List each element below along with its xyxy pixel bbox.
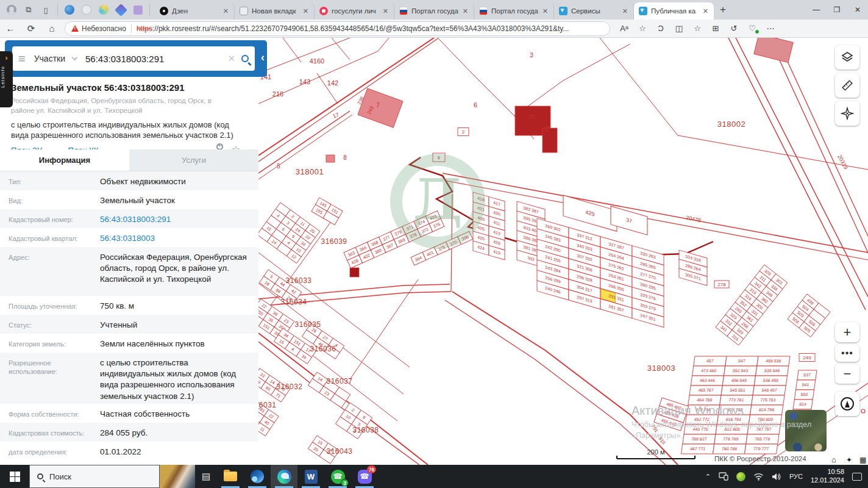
tab-close-icon[interactable]: ✕ [621,7,630,15]
workspaces-icon[interactable]: ⧉ [23,4,34,15]
search-input[interactable] [85,54,221,64]
home-button[interactable]: ⌂ [41,23,62,34]
tab-close-icon[interactable]: ✕ [461,7,470,15]
taskbar-app-explorer[interactable] [217,465,244,488]
start-button[interactable] [0,465,29,488]
clock[interactable]: 10:58 12.01.2024 [811,468,844,485]
browser-tab-6[interactable]: Сервисы✕ [554,2,634,20]
map-canvas[interactable]: 418417421430409411425413420426424419382 … [258,38,868,465]
attribute-row: Кадастровая стоимость:284 055 руб. [0,423,258,442]
collections-icon[interactable]: ⊞ [706,23,725,34]
browser-tab-3[interactable]: госуслуги лич✕ [315,2,394,20]
url-field[interactable]: Небезопасно https://pkk.rosreestr.ru/#/s… [65,21,610,36]
cadastral-quarter-label[interactable]: 316038 [352,426,379,434]
task-view-icon[interactable]: ▤ [195,465,217,488]
home-icon[interactable]: ⌂ [831,455,836,464]
split-screen-icon[interactable]: ◫ [670,23,688,34]
cadastral-quarter-label[interactable]: 316033 [285,276,311,285]
zoom-more-button[interactable]: ••• [835,344,859,362]
taskbar-app-viber[interactable]: ☎76 [351,465,378,488]
building-footprint [754,38,794,63]
profile-avatar-icon[interactable] [6,4,17,15]
center-star-icon[interactable]: ✦ [846,456,852,464]
tab-close-icon[interactable]: ✕ [381,7,390,15]
extension-lilac-icon[interactable] [132,4,143,15]
tab-information[interactable]: Информация [0,149,129,171]
window-close-button[interactable]: ✕ [847,5,868,14]
cadastral-quarter-label[interactable]: 316031 [258,401,277,409]
letsinfo-extension-tab[interactable]: › Letsinfo [0,51,13,107]
menu-hamburger-icon[interactable]: ≡ [18,52,26,66]
extension-gray-icon[interactable] [81,4,92,15]
cadastral-quarter-label[interactable]: 318002 [717,120,745,129]
extension-blue-icon[interactable] [64,4,75,15]
cadastral-quarter-label[interactable]: 316032 [276,382,302,391]
read-aloud-icon[interactable]: Aᵃ [615,23,633,34]
measure-ruler-button[interactable] [835,73,859,98]
volume-icon[interactable] [772,473,781,481]
map-label: 3 [530,52,533,59]
window-minimize-button[interactable]: — [806,5,827,14]
wifi-icon[interactable] [753,473,764,481]
taskbar-app-edge[interactable] [271,465,297,488]
widgets-news-button[interactable] [160,465,195,488]
zoom-out-button[interactable]: − [835,364,859,384]
tab-close-icon[interactable]: ✕ [541,7,550,15]
tab-close-icon[interactable]: ✕ [301,7,310,15]
taskbar-search[interactable]: Поиск [29,465,160,488]
language-indicator[interactable]: РУС [789,473,803,480]
cadastral-quarter-label[interactable]: 316039 [321,237,347,246]
search-icon[interactable] [241,55,249,62]
tab-services[interactable]: Услуги [129,149,258,171]
window-maximize-button[interactable]: ❐ [827,5,847,14]
tray-expand-chevron-icon[interactable]: ⌃ [705,473,711,481]
basemap-image-icon[interactable]: ▦ [859,456,866,464]
favorites-bar-icon[interactable]: ☆ [688,23,706,34]
locate-object-button[interactable] [835,101,859,126]
extension-color-icon[interactable] [98,4,109,15]
chevron-down-icon[interactable] [72,55,78,61]
collapse-panel-icon[interactable]: ‹ [261,51,265,64]
antivirus-tray-icon[interactable] [736,472,745,481]
panel-tabs: Информация Услуги [0,149,258,171]
cadastral-quarter-label[interactable]: 318001 [296,167,324,176]
layers-button[interactable] [835,45,859,70]
windows-taskbar: Поиск ▤ W☎3☎76 ⌃ РУС 10:58 12.01.2024 [0,465,868,488]
cadastral-map[interactable]: 418417421430409411425413420426424419382 … [258,38,868,465]
refresh-button[interactable]: ⟳ [21,23,41,34]
favorite-star-icon[interactable]: ☆ [633,23,652,34]
settings-more-icon[interactable]: ⋯ [761,23,780,34]
copilot-diamond-icon[interactable] [115,4,126,15]
browser-tab-1[interactable]: Дзен✕ [155,2,235,20]
basemap-satellite-thumbnail[interactable] [785,410,827,451]
clear-search-icon[interactable]: ✕ [227,53,235,64]
attribute-value[interactable]: 56:43:0318003 [100,228,155,244]
cadastral-quarter-label[interactable]: 316035 [294,320,321,329]
tab-close-icon[interactable]: ✕ [701,7,710,15]
search-category-dropdown[interactable]: Участки [34,54,65,63]
copilot-icon[interactable]: Ɔ [652,23,670,34]
cadastral-quarter-label[interactable]: 316036 [310,345,336,353]
browser-tab-4[interactable]: Портал госуда✕ [394,2,474,20]
cadastral-quarter-label[interactable]: 316037 [326,377,352,386]
cadastral-quarter-label[interactable]: 316034 [280,298,307,306]
my-location-button[interactable] [835,392,859,416]
cadastral-quarter-label[interactable]: 318003 [647,364,675,373]
browser-tab-7[interactable]: Публичная ка✕ [634,2,714,20]
cadastral-quarter-label[interactable]: 316043 [326,447,352,456]
new-tab-button[interactable]: + [714,4,732,16]
back-button[interactable]: ← [0,23,21,34]
browser-tab-2[interactable]: Новая вкладк✕ [235,2,315,20]
taskbar-app-mail-swoosh[interactable] [244,465,271,488]
connected-devices-icon[interactable] [719,472,728,481]
browser-tab-5[interactable]: Портал госуда✕ [474,2,554,20]
notification-center-icon[interactable] [852,473,862,481]
attribute-value[interactable]: 56:43:0318003:291 [100,209,171,225]
sidebar-icon[interactable]: ▯ [40,4,51,15]
taskbar-app-whatsapp[interactable]: ☎3 [324,465,351,488]
tab-close-icon[interactable]: ✕ [221,7,230,15]
zoom-in-button[interactable]: + [835,322,859,342]
browser-essentials-icon[interactable]: ♡ [743,23,761,34]
taskbar-app-word[interactable]: W [297,465,324,488]
history-icon[interactable]: ↺ [725,23,743,34]
